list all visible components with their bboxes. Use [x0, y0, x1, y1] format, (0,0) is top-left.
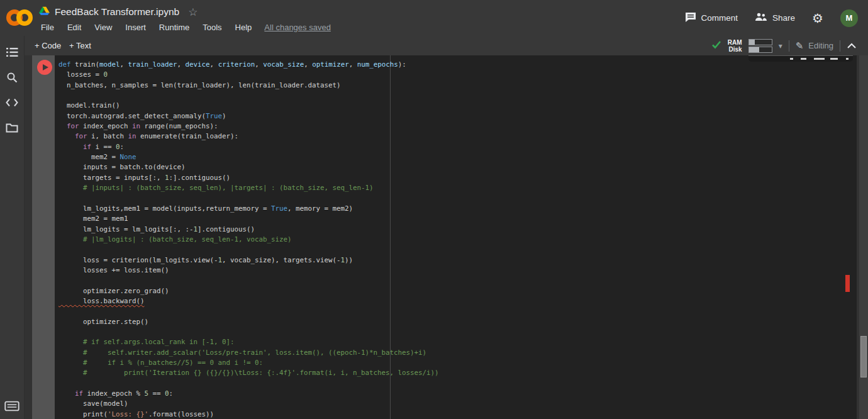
- code-line[interactable]: mem2 = None: [58, 152, 439, 162]
- pencil-icon: ✎: [796, 40, 804, 52]
- code-line[interactable]: [58, 245, 439, 255]
- code-line[interactable]: lm_logits,mem1 = model(inputs,return_mem…: [58, 204, 439, 214]
- code-editor[interactable]: def train(model, train_loader, device, c…: [55, 55, 857, 419]
- share-label: Share: [772, 13, 795, 23]
- code-line[interactable]: torch.autograd.set_detect_anomaly(True): [58, 111, 439, 121]
- table-of-contents-icon[interactable]: [4, 46, 19, 59]
- cell-toolbar-partial[interactable]: [748, 55, 853, 62]
- colab-logo-icon[interactable]: [5, 7, 34, 28]
- menu-runtime[interactable]: Runtime: [156, 23, 192, 32]
- cell-toolbar-icon-fragment[interactable]: [846, 58, 849, 60]
- code-line[interactable]: targets = inputs[:, 1:].contiguous(): [58, 173, 439, 183]
- code-line[interactable]: if index_epoch % 5 == 0:: [58, 389, 439, 399]
- resources-caret-icon[interactable]: ▾: [779, 42, 782, 50]
- code-line[interactable]: [58, 306, 439, 316]
- notebook-toolbar: + Code + Text RAM Disk ▾ ✎ Editing: [0, 36, 868, 55]
- code-line[interactable]: mem2 = mem1: [58, 214, 439, 224]
- code-line[interactable]: # if i % (n_batches//5) == 0 and i != 0:: [58, 358, 439, 368]
- code-line[interactable]: # |lm_logits| : (batch_size, seq_len-1, …: [58, 235, 439, 245]
- connected-check-icon: [711, 40, 721, 52]
- toolbar-divider: [789, 40, 789, 52]
- code-line[interactable]: [58, 327, 439, 337]
- cell-toolbar-icon-fragment[interactable]: [790, 58, 793, 60]
- account-avatar[interactable]: M: [840, 9, 858, 27]
- code-line[interactable]: model.train(): [58, 101, 439, 111]
- drive-icon: [39, 6, 50, 18]
- code-line[interactable]: [58, 379, 439, 389]
- save-status-link[interactable]: All changes saved: [264, 23, 331, 32]
- disk-meter: [748, 47, 772, 53]
- code-line[interactable]: optimizer.step(): [58, 317, 439, 327]
- overview-error-marker: [845, 275, 850, 292]
- page-scrollbar[interactable]: [859, 55, 868, 419]
- terminal-icon[interactable]: [4, 399, 19, 412]
- cell-toolbar-icon-fragment[interactable]: [830, 58, 838, 60]
- star-icon[interactable]: ☆: [188, 6, 198, 18]
- cell-toolbar-icon-fragment[interactable]: [801, 58, 806, 60]
- menu-file[interactable]: File: [38, 23, 57, 32]
- editing-label: Editing: [808, 41, 833, 50]
- code-line[interactable]: def train(model, train_loader, device, c…: [58, 60, 439, 70]
- disk-label: Disk: [729, 46, 742, 53]
- editing-mode-button[interactable]: ✎ Editing: [796, 40, 833, 52]
- files-folder-icon[interactable]: [4, 121, 19, 134]
- menu-view[interactable]: View: [91, 23, 115, 32]
- add-text-button[interactable]: + Text: [69, 36, 91, 55]
- menu-insert[interactable]: Insert: [122, 23, 149, 32]
- ram-label: RAM: [728, 39, 742, 46]
- ram-meter: [748, 39, 772, 45]
- code-line[interactable]: optimizer.zero_grad(): [58, 286, 439, 296]
- run-cell-button[interactable]: [37, 60, 52, 75]
- menu-tools[interactable]: Tools: [199, 23, 225, 32]
- scrollbar-thumb[interactable]: [860, 336, 867, 377]
- code-line[interactable]: [58, 91, 439, 101]
- code-line[interactable]: losses += loss.item(): [58, 265, 439, 276]
- toolbar-divider: [840, 40, 840, 52]
- search-icon[interactable]: [4, 71, 19, 84]
- play-icon: [43, 64, 48, 70]
- code-line[interactable]: loss.backward(): [58, 296, 439, 306]
- ram-meter-fill: [749, 40, 755, 45]
- cell-gutter: [32, 55, 55, 419]
- code-line[interactable]: save(model): [58, 399, 439, 409]
- code-line[interactable]: inputs = batch.to(device): [58, 162, 439, 172]
- comment-label: Comment: [701, 13, 738, 23]
- code-line[interactable]: if i == 0:: [58, 142, 439, 152]
- comment-icon: [685, 12, 696, 25]
- share-button[interactable]: Share: [755, 13, 795, 23]
- code-line[interactable]: # print('Iteration {} ({}/{})\tLoss: {:.…: [58, 368, 439, 378]
- code-line[interactable]: lm_logits = lm_logits[:, :-1].contiguous…: [58, 225, 439, 235]
- menubar: File Edit View Insert Runtime Tools Help…: [38, 21, 331, 33]
- code-line[interactable]: # if self.args.local_rank in [-1, 0]:: [58, 337, 439, 347]
- code-line[interactable]: losses = 0: [58, 70, 439, 80]
- code-line[interactable]: for index_epoch in range(num_epochs):: [58, 121, 439, 131]
- add-code-button[interactable]: + Code: [35, 36, 61, 55]
- resource-labels: RAM Disk: [728, 39, 742, 53]
- code-line[interactable]: for i, batch in enumerate(train_loader):: [58, 131, 439, 142]
- code-line[interactable]: [58, 193, 439, 203]
- code-line[interactable]: # |inputs| : (batch_size, seq_len), |tar…: [58, 183, 439, 193]
- collapse-sections-chevron-icon[interactable]: [847, 43, 857, 49]
- code-lines: def train(model, train_loader, device, c…: [58, 60, 439, 419]
- share-people-icon: [755, 13, 767, 23]
- code-line[interactable]: print('Loss: {}'.format(losses)): [58, 410, 439, 419]
- code-line[interactable]: n_batches, n_samples = len(train_loader)…: [58, 81, 439, 91]
- cell-toolbar-icon-fragment[interactable]: [814, 58, 825, 60]
- code-line[interactable]: [58, 276, 439, 286]
- settings-gear-icon[interactable]: ⚙: [812, 12, 823, 25]
- notebook-title[interactable]: FeedBack Transformer.ipynb: [55, 6, 179, 18]
- comment-button[interactable]: Comment: [685, 12, 738, 25]
- code-line[interactable]: loss = criterion(lm_logits.view(-1, voca…: [58, 255, 439, 265]
- resource-meters[interactable]: [748, 39, 772, 53]
- disk-meter-fill: [749, 47, 759, 52]
- colab-window: FeedBack Transformer.ipynb ☆ File Edit V…: [0, 0, 868, 419]
- menu-edit[interactable]: Edit: [64, 23, 84, 32]
- left-sidebar: [0, 36, 25, 419]
- code-snippets-icon[interactable]: [4, 96, 19, 109]
- menu-help[interactable]: Help: [232, 23, 255, 32]
- header: FeedBack Transformer.ipynb ☆ File Edit V…: [0, 0, 868, 36]
- code-line[interactable]: # self.writer.add_scalar('Loss/pre-train…: [58, 348, 439, 358]
